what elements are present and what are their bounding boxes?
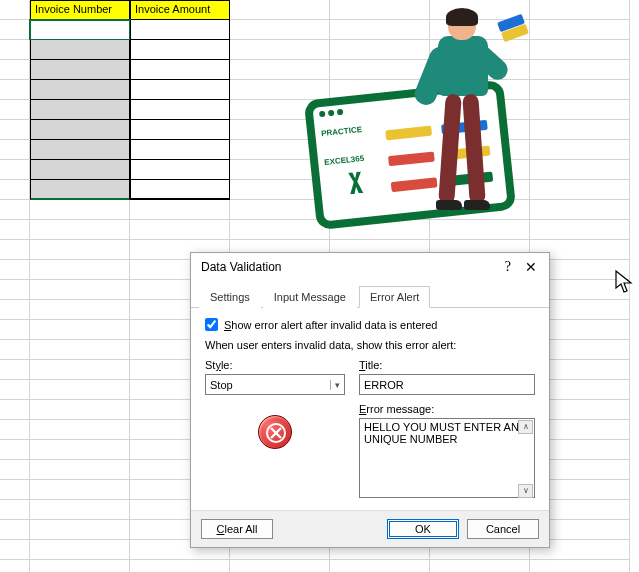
cell[interactable]	[530, 200, 630, 220]
cell[interactable]	[130, 80, 230, 100]
cell[interactable]	[0, 360, 30, 380]
cell[interactable]	[0, 60, 30, 80]
cell[interactable]	[0, 320, 30, 340]
cell[interactable]	[0, 340, 30, 360]
tab-settings[interactable]: Settings	[199, 286, 261, 308]
scroll-down-icon[interactable]: ∨	[518, 484, 533, 498]
cell[interactable]	[0, 280, 30, 300]
cell[interactable]	[30, 220, 130, 240]
cell[interactable]	[530, 40, 630, 60]
cell[interactable]	[130, 100, 230, 120]
cell[interactable]	[130, 120, 230, 140]
cell[interactable]	[130, 60, 230, 80]
cell[interactable]	[530, 560, 630, 572]
cell[interactable]	[330, 560, 430, 572]
cell[interactable]	[0, 120, 30, 140]
cell[interactable]	[30, 460, 130, 480]
cell[interactable]	[0, 260, 30, 280]
cell[interactable]	[530, 180, 630, 200]
cell[interactable]	[30, 500, 130, 520]
help-icon[interactable]: ?	[505, 259, 511, 275]
cell[interactable]	[0, 100, 30, 120]
cell[interactable]	[0, 560, 30, 572]
header-invoice-amount[interactable]: Invoice Amount	[130, 0, 230, 20]
cell[interactable]	[0, 400, 30, 420]
cell[interactable]	[0, 240, 30, 260]
cell[interactable]	[530, 80, 630, 100]
dialog-titlebar[interactable]: Data Validation ? ✕	[191, 253, 549, 281]
selected-cell[interactable]	[30, 100, 130, 120]
cell[interactable]	[530, 160, 630, 180]
selected-cell[interactable]	[30, 140, 130, 160]
tab-input-message[interactable]: Input Message	[263, 286, 357, 308]
cell[interactable]	[0, 180, 30, 200]
cell[interactable]	[0, 0, 30, 20]
cell[interactable]	[0, 300, 30, 320]
cell[interactable]	[330, 0, 430, 20]
cell[interactable]	[0, 440, 30, 460]
clear-all-button[interactable]: Clear All	[201, 519, 273, 539]
cell[interactable]	[130, 180, 230, 200]
cell[interactable]	[0, 140, 30, 160]
cell[interactable]	[530, 220, 630, 240]
style-select[interactable]: Stop ▾	[205, 374, 345, 395]
cell[interactable]	[130, 40, 230, 60]
selected-cell[interactable]	[30, 120, 130, 140]
cell[interactable]	[530, 60, 630, 80]
cell[interactable]	[30, 260, 130, 280]
selected-cell[interactable]	[30, 80, 130, 100]
cell[interactable]	[530, 0, 630, 20]
selected-cell[interactable]	[30, 60, 130, 80]
cell[interactable]	[130, 560, 230, 572]
selected-cell[interactable]	[30, 40, 130, 60]
tab-error-alert[interactable]: Error Alert	[359, 286, 431, 308]
cell[interactable]	[30, 300, 130, 320]
cell[interactable]	[130, 220, 230, 240]
cell[interactable]	[0, 460, 30, 480]
cell[interactable]	[130, 160, 230, 180]
cell[interactable]	[530, 100, 630, 120]
cell[interactable]	[30, 440, 130, 460]
scroll-up-icon[interactable]: ∧	[518, 420, 533, 434]
close-icon[interactable]: ✕	[521, 259, 541, 275]
cell[interactable]	[0, 20, 30, 40]
cell[interactable]	[130, 140, 230, 160]
show-error-checkbox[interactable]	[205, 318, 218, 331]
cell[interactable]	[0, 480, 30, 500]
cell[interactable]	[0, 540, 30, 560]
cell[interactable]	[0, 220, 30, 240]
cell[interactable]	[30, 380, 130, 400]
cell[interactable]	[530, 140, 630, 160]
cell[interactable]	[530, 120, 630, 140]
cell[interactable]	[0, 80, 30, 100]
cell[interactable]	[0, 200, 30, 220]
cell[interactable]	[30, 340, 130, 360]
cell[interactable]	[30, 480, 130, 500]
cell[interactable]	[30, 240, 130, 260]
cell[interactable]	[0, 500, 30, 520]
selected-cell[interactable]	[30, 160, 130, 180]
title-input[interactable]	[359, 374, 535, 395]
error-message-textarea[interactable]	[359, 418, 535, 498]
cell[interactable]	[30, 420, 130, 440]
cell[interactable]	[30, 560, 130, 572]
cell[interactable]	[530, 20, 630, 40]
cell[interactable]	[0, 520, 30, 540]
cell[interactable]	[30, 540, 130, 560]
cell[interactable]	[30, 200, 130, 220]
cell[interactable]	[130, 20, 230, 40]
cell[interactable]	[0, 380, 30, 400]
cell[interactable]	[130, 200, 230, 220]
cell[interactable]	[30, 360, 130, 380]
cell[interactable]	[30, 520, 130, 540]
cell[interactable]	[0, 420, 30, 440]
cancel-button[interactable]: Cancel	[467, 519, 539, 539]
selected-cell[interactable]	[30, 20, 130, 40]
cell[interactable]	[30, 400, 130, 420]
header-invoice-number[interactable]: Invoice Number	[30, 0, 130, 20]
cell[interactable]	[0, 40, 30, 60]
cell[interactable]	[230, 560, 330, 572]
cell[interactable]	[30, 320, 130, 340]
selected-cell[interactable]	[30, 180, 130, 200]
cell[interactable]	[230, 0, 330, 20]
